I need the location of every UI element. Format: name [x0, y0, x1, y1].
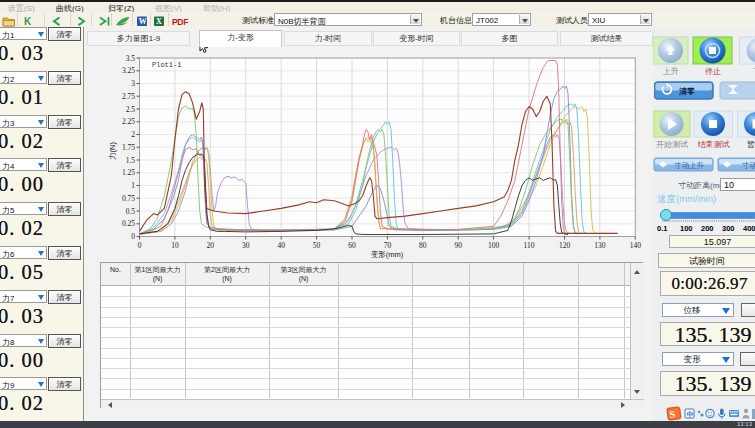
svg-text:100: 100 — [488, 241, 500, 250]
svg-text:寸动下: 寸动下 — [742, 161, 755, 170]
svg-text:130: 130 — [594, 241, 606, 250]
svg-text:1.5: 1.5 — [126, 156, 136, 165]
svg-text:0: 0 — [138, 241, 142, 250]
svg-text:140: 140 — [630, 241, 642, 250]
svg-text:PDF: PDF — [172, 17, 188, 27]
svg-text:中: 中 — [687, 410, 694, 418]
svg-text:110: 110 — [524, 241, 535, 250]
svg-text:变形(mm): 变形(mm) — [371, 250, 404, 259]
svg-text:0.25: 0.25 — [122, 219, 135, 228]
svg-text:1.25: 1.25 — [122, 168, 135, 177]
svg-text:X: X — [156, 17, 162, 26]
svg-text:力(N): 力(N) — [108, 142, 117, 160]
svg-text:1.75: 1.75 — [122, 143, 135, 152]
svg-text:0.5: 0.5 — [126, 207, 136, 216]
svg-text:80: 80 — [419, 241, 427, 250]
svg-text:Plot1-1: Plot1-1 — [152, 61, 181, 69]
svg-text:30: 30 — [242, 241, 250, 250]
svg-text:0.75: 0.75 — [122, 194, 135, 203]
svg-text:2.5: 2.5 — [126, 105, 136, 114]
svg-text:3.5: 3.5 — [126, 54, 136, 63]
svg-text:120: 120 — [559, 241, 571, 250]
svg-text:W: W — [139, 17, 147, 26]
svg-text:3: 3 — [131, 79, 135, 88]
svg-text:2.75: 2.75 — [122, 92, 135, 101]
svg-text:60: 60 — [348, 241, 356, 250]
svg-text:清零: 清零 — [678, 87, 695, 96]
svg-text:90: 90 — [454, 241, 462, 250]
svg-text:20: 20 — [207, 241, 215, 250]
svg-text:50: 50 — [313, 241, 321, 250]
svg-text:10: 10 — [171, 241, 179, 250]
svg-text:40: 40 — [277, 241, 285, 250]
svg-text:3.25: 3.25 — [122, 66, 135, 75]
svg-text:2.25: 2.25 — [122, 117, 135, 126]
svg-text:0: 0 — [131, 232, 135, 241]
svg-text:1: 1 — [131, 181, 135, 190]
svg-text:2: 2 — [131, 130, 135, 139]
svg-text:寸动上升: 寸动上升 — [674, 161, 705, 170]
svg-text:K: K — [24, 16, 32, 27]
svg-text:70: 70 — [384, 241, 392, 250]
